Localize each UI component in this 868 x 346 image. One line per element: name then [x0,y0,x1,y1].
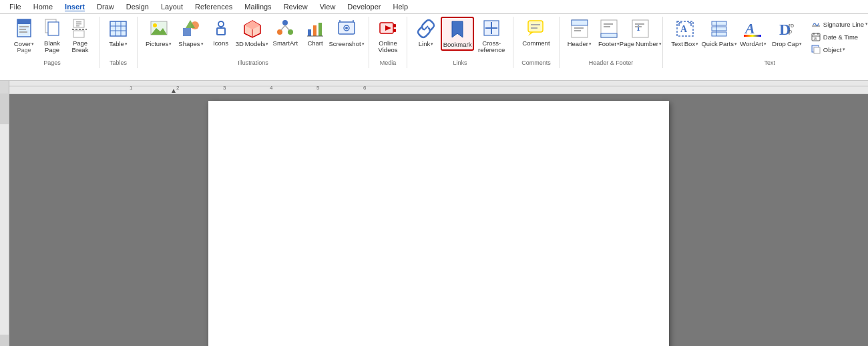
page-number-button[interactable]: 1 Page Number ▾ [624,17,657,49]
header-button[interactable]: Header ▾ [565,17,594,49]
svg-rect-60 [574,30,581,31]
pictures-icon [148,18,170,39]
menu-layout[interactable]: Layout [156,1,188,12]
svg-marker-49 [452,21,463,37]
signature-line-button[interactable]: Signature Line ▾ [808,18,868,30]
link-button[interactable]: Link ▾ [413,17,439,49]
bookmark-button[interactable]: Bookmark [441,17,474,51]
screenshot-icon [336,18,357,39]
cover-page-button[interactable]: Cover ▾ Page [11,17,37,55]
comments-group-label: Comments [519,58,554,68]
ribbon: Cover ▾ Page BlankPage [0,14,868,81]
page-break-button[interactable]: PageBreak [67,17,93,55]
cross-reference-button[interactable]: Cross-reference [475,17,507,55]
wordart-label: WordArt ▾ [740,40,767,47]
text-box-button[interactable]: A Text Box ▾ [668,17,701,49]
object-icon [811,44,821,55]
main-layout [0,94,868,346]
ribbon-group-media: OnlineVideos Media [369,17,407,68]
menu-draw[interactable]: Draw [91,1,120,12]
svg-text:A: A [744,20,755,37]
menu-developer[interactable]: Developer [342,1,386,12]
svg-point-24 [218,21,224,27]
svg-rect-21 [183,28,191,36]
svg-rect-2 [19,26,29,27]
svg-rect-58 [572,20,588,25]
ruler-side-left [0,81,9,94]
smartart-label: SmartArt [273,40,298,47]
svg-text:15: 15 [813,37,817,41]
menu-insert[interactable]: Insert [59,1,90,12]
svg-rect-25 [217,28,225,35]
screenshot-label: Screenshot ▾ [329,40,365,47]
text-group-label: Text [668,58,868,68]
footer-button[interactable]: Footer ▾ [596,17,622,49]
word-page [208,101,669,346]
comment-label: Comment [522,40,550,47]
svg-rect-62 [601,33,617,37]
ribbon-group-illustrations: Pictures ▾ Shapes ▾ [138,17,369,68]
signature-line-icon [811,19,821,29]
drop-cap-button[interactable]: D ro p Drop Cap ▾ [771,17,804,49]
blank-page-button[interactable]: BlankPage [39,17,65,55]
ribbon-group-text: A Text Box ▾ [663,17,868,68]
svg-rect-4 [19,31,27,33]
header-footer-group-label: Header & Footer [565,58,658,68]
text-box-icon: A [674,18,696,39]
svg-point-19 [153,23,157,27]
blank-page-label: BlankPage [44,40,60,54]
svg-line-34 [285,25,289,30]
vertical-ruler [0,94,9,346]
bookmark-label: Bookmark [443,41,472,48]
svg-rect-64 [604,26,610,27]
svg-rect-53 [528,21,543,32]
smartart-button[interactable]: SmartArt [270,17,300,48]
menu-references[interactable]: References [190,1,238,12]
online-videos-icon [377,18,399,39]
comment-button[interactable]: Comment [519,17,552,48]
link-label: Link ▾ [419,40,433,47]
menu-help[interactable]: Help [388,1,414,12]
svg-line-33 [281,25,285,30]
text-box-label: Text Box ▾ [671,40,698,47]
svg-text:A: A [680,24,688,34]
svg-marker-54 [528,32,533,36]
object-button[interactable]: Object ▾ [808,43,868,55]
icons-button[interactable]: Icons [208,17,234,48]
3d-models-button[interactable]: 3D Models ▾ [236,17,269,49]
ribbon-group-tables: Table ▾ Tables [99,17,138,68]
quick-parts-button[interactable]: Quick Parts ▾ [702,17,736,49]
shapes-button[interactable]: Shapes ▾ [176,17,206,49]
page-container[interactable] [9,94,868,346]
svg-rect-56 [531,27,537,29]
quick-parts-icon [708,18,730,39]
chart-label: Chart [307,40,322,47]
horizontal-ruler: 1 2 3 4 5 6 [0,81,868,94]
date-time-button[interactable]: 15 Date & Time [808,31,868,43]
links-group-label: Links [413,58,507,68]
menu-review[interactable]: Review [278,1,313,12]
pictures-button[interactable]: Pictures ▾ [143,17,174,49]
online-videos-button[interactable]: OnlineVideos [375,17,401,55]
menu-design[interactable]: Design [121,1,154,12]
menu-view[interactable]: View [314,1,341,12]
svg-rect-80 [744,35,761,37]
svg-text:6: 6 [363,85,367,91]
svg-rect-37 [318,23,322,36]
3d-models-icon [242,18,263,39]
drop-cap-label: Drop Cap ▾ [772,40,802,47]
wordart-button[interactable]: A WordArt [737,17,769,49]
online-videos-label: OnlineVideos [379,40,398,54]
icons-icon [210,18,232,39]
svg-rect-47 [393,29,396,32]
table-button[interactable]: Table ▾ [105,17,132,49]
svg-marker-103 [172,89,176,93]
menu-mailings[interactable]: Mailings [239,1,276,12]
cross-reference-label: Cross-reference [478,40,505,54]
menu-home[interactable]: Home [28,1,58,12]
menu-file[interactable]: File [4,1,27,12]
chart-button[interactable]: Chart [302,17,329,48]
screenshot-button[interactable]: Screenshot ▾ [330,17,363,49]
svg-rect-13 [110,21,126,36]
chart-icon [304,18,326,39]
